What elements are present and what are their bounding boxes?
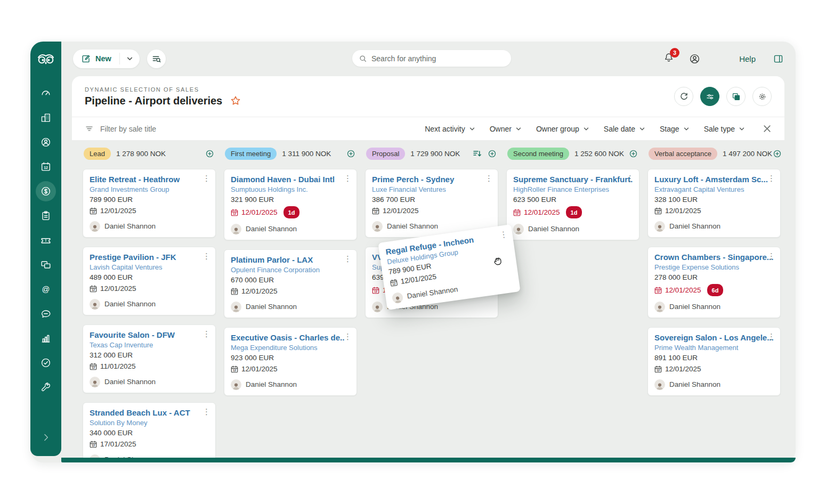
diary-nav-item[interactable]: 12	[36, 157, 56, 177]
favorite-star-icon[interactable]	[230, 95, 241, 107]
sale-company[interactable]: Solution By Money	[90, 419, 209, 427]
dashboard-nav-item[interactable]	[36, 83, 56, 103]
filter-dropdown-sale-type[interactable]: Sale type	[704, 125, 745, 133]
add-sale-button[interactable]	[346, 149, 356, 159]
card-menu-icon[interactable]: ⋮	[344, 332, 352, 340]
sale-card[interactable]: Elite Retreat - Heathrow ⋮ Grand Investm…	[83, 169, 216, 238]
sale-card[interactable]: Luxury Loft - Amsterdam Sc... ⋮ Extravag…	[647, 169, 781, 238]
projects-nav-item[interactable]	[36, 206, 56, 226]
sale-title[interactable]: Crown Chambers - Singapore...	[654, 252, 774, 262]
card-menu-icon[interactable]: ⋮	[203, 174, 210, 182]
sale-card[interactable]: Executive Oasis - Charles de.. ⋮ Mega Ex…	[224, 327, 357, 396]
sale-card[interactable]: Platinum Parlor - LAX ⋮ Opulent Finance …	[224, 249, 357, 318]
sale-company[interactable]: Luxe Financial Ventures	[372, 185, 491, 194]
card-menu-icon[interactable]: ⋮	[485, 174, 493, 182]
sales-nav-item[interactable]	[36, 181, 56, 201]
search-input[interactable]	[371, 54, 505, 63]
sale-card[interactable]: Supreme Sanctuary - Frankfurt... ⋮ HighR…	[506, 169, 639, 240]
sale-company[interactable]: Extravagant Capital Ventures	[654, 185, 774, 194]
sale-title[interactable]: Executive Oasis - Charles de..	[231, 332, 350, 343]
card-menu-icon[interactable]: ⋮	[499, 230, 508, 239]
sale-card[interactable]: Prime Perch - Sydney ⋮ Luxe Financial Ve…	[365, 169, 498, 238]
selections-nav-item[interactable]	[36, 255, 56, 275]
expand-sidebar-button[interactable]	[36, 427, 56, 448]
side-panel-toggle-button[interactable]	[773, 53, 784, 64]
sale-card[interactable]: Diamond Haven - Dubai Intl ⋮ Sumptuous H…	[224, 169, 357, 240]
owner-avatar	[392, 292, 404, 304]
title-filter-input[interactable]	[100, 125, 217, 133]
filter-dropdown-stage[interactable]: Stage	[660, 125, 690, 133]
sale-title[interactable]: Sovereign Salon - Los Angele...	[654, 332, 774, 343]
card-menu-icon[interactable]: ⋮	[767, 332, 775, 340]
global-search[interactable]	[352, 50, 511, 67]
contacts-nav-item[interactable]	[36, 132, 56, 152]
sale-title[interactable]: Stranded Beach Lux - ACT	[90, 408, 209, 418]
card-menu-icon[interactable]: ⋮	[767, 252, 775, 260]
sale-company[interactable]: Prime Wealth Management	[654, 344, 774, 352]
notifications-button[interactable]: 3	[663, 52, 675, 66]
duplicate-view-button[interactable]	[726, 87, 746, 106]
sale-title[interactable]: Prime Perch - Sydney	[372, 174, 491, 184]
profile-button[interactable]	[689, 53, 701, 65]
sale-owner: Daniel Shannon	[231, 302, 350, 312]
column-cards: Diamond Haven - Dubai Intl ⋮ Sumptuous H…	[224, 169, 357, 396]
filter-dropdown-owner-group[interactable]: Owner group	[536, 125, 589, 133]
board-settings-button[interactable]	[700, 87, 719, 106]
sale-company[interactable]: Grand Investments Group	[90, 185, 209, 194]
sale-company[interactable]: Lavish Capital Ventures	[90, 263, 209, 272]
sale-card[interactable]: Sovereign Salon - Los Angele... ⋮ Prime …	[647, 327, 781, 396]
filter-dropdown-owner[interactable]: Owner	[490, 125, 522, 133]
reports-nav-item[interactable]	[36, 328, 56, 348]
add-sale-button[interactable]	[628, 149, 638, 159]
add-sale-button[interactable]	[772, 149, 782, 159]
card-menu-icon[interactable]: ⋮	[344, 255, 352, 263]
sort-icon[interactable]	[472, 149, 482, 158]
settings-button[interactable]	[752, 87, 772, 106]
admin-nav-item[interactable]	[36, 377, 56, 397]
title-filter[interactable]	[85, 124, 217, 133]
companies-nav-item[interactable]	[36, 108, 56, 128]
menu-button[interactable]	[715, 53, 725, 64]
close-filters-button[interactable]	[763, 124, 772, 133]
sale-date: 12 12/01/2025 1d	[513, 206, 633, 218]
add-sale-button[interactable]	[487, 149, 497, 159]
sale-title[interactable]: Platinum Parlor - LAX	[231, 255, 350, 265]
card-menu-icon[interactable]: ⋮	[203, 408, 210, 416]
sale-company[interactable]: Texas Cap Inventure	[90, 341, 209, 349]
new-button[interactable]: New	[73, 50, 119, 68]
sale-card[interactable]: Prestige Pavilion - JFK ⋮ Lavish Capital…	[83, 247, 216, 315]
mailings-nav-item[interactable]: @	[36, 279, 56, 299]
chat-nav-item[interactable]	[36, 304, 56, 324]
help-link[interactable]: Help	[739, 54, 756, 63]
sale-card[interactable]: Stranded Beach Lux - ACT ⋮ Solution By M…	[83, 402, 216, 458]
filter-bar: Next activity Owner Owner group Sale dat…	[72, 117, 784, 140]
card-menu-icon[interactable]: ⋮	[203, 330, 210, 338]
card-menu-icon[interactable]: ⋮	[203, 252, 210, 260]
filter-dropdown-next-activity[interactable]: Next activity	[425, 125, 475, 133]
sale-company[interactable]: Prestige Expense Solutions	[654, 263, 774, 272]
targets-nav-item[interactable]	[36, 353, 56, 373]
sale-title[interactable]: Prestige Pavilion - JFK	[90, 252, 209, 262]
card-menu-icon[interactable]: ⋮	[626, 174, 634, 182]
sale-title[interactable]: Luxury Loft - Amsterdam Sc...	[654, 174, 774, 184]
sale-company[interactable]: Opulent Finance Corporation	[231, 266, 350, 274]
saved-searches-button[interactable]	[147, 50, 166, 68]
refresh-button[interactable]	[674, 87, 693, 106]
new-button-caret[interactable]	[120, 50, 140, 68]
card-menu-icon[interactable]: ⋮	[767, 174, 775, 182]
sale-company[interactable]: Mega Expenditure Solutions	[231, 344, 350, 352]
sale-title[interactable]: Diamond Haven - Dubai Intl	[231, 174, 350, 184]
filter-dropdown-sale-date[interactable]: Sale date	[604, 125, 645, 133]
sale-company[interactable]: Sumptuous Holdings Inc.	[231, 185, 350, 194]
sale-company[interactable]: HighRoller Finance Enterprises	[513, 185, 633, 194]
sale-card[interactable]: Favourite Salon - DFW ⋮ Texas Cap Invent…	[83, 324, 216, 393]
sale-title[interactable]: Supreme Sanctuary - Frankfurt...	[513, 174, 633, 184]
add-sale-button[interactable]	[205, 149, 215, 159]
owner-avatar	[90, 377, 100, 387]
card-menu-icon[interactable]: ⋮	[344, 174, 352, 182]
superoffice-owl-logo[interactable]	[35, 52, 56, 71]
sale-title[interactable]: Favourite Salon - DFW	[90, 330, 209, 340]
sale-card[interactable]: Crown Chambers - Singapore... ⋮ Prestige…	[647, 247, 781, 318]
sale-title[interactable]: Elite Retreat - Heathrow	[90, 174, 209, 184]
requests-nav-item[interactable]	[36, 230, 56, 250]
